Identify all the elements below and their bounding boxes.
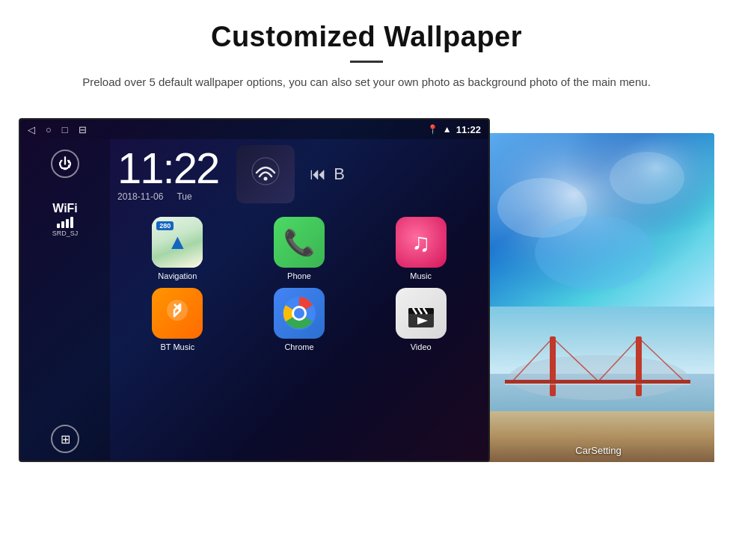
media-icon-box	[236, 145, 295, 203]
app-grid: 280 ▲ Navigation 📞 Phone	[117, 217, 481, 351]
svg-point-18	[610, 152, 684, 204]
svg-rect-25	[636, 336, 642, 396]
prev-track-button[interactable]: ⏮	[310, 164, 326, 184]
title-divider	[350, 61, 383, 63]
wallpaper-bottom: CarSetting	[482, 307, 714, 462]
phone-glyph: 📞	[283, 227, 315, 257]
page-wrapper: Customized Wallpaper Preload over 5 defa…	[0, 0, 733, 477]
video-icon-box	[396, 288, 447, 339]
ice-svg	[482, 133, 714, 307]
app-item-navigation[interactable]: 280 ▲ Navigation	[120, 217, 235, 280]
power-icon: ⏻	[58, 156, 72, 172]
page-subtitle: Preload over 5 default wallpaper options…	[75, 73, 658, 91]
clock-section: 11:22 2018-11-06 Tue	[117, 145, 481, 203]
svg-point-1	[264, 177, 268, 181]
app-item-phone[interactable]: 📞 Phone	[242, 217, 357, 280]
wifi-bar-4	[70, 217, 73, 228]
svg-point-19	[535, 215, 654, 290]
back-icon[interactable]: ◁	[28, 124, 35, 135]
screenshot-icon[interactable]: ⊟	[79, 124, 87, 135]
nav-arrow-icon: ▲	[167, 230, 188, 254]
app-item-video[interactable]: Video	[364, 288, 478, 351]
svg-point-2	[167, 300, 188, 321]
bridge-scene: CarSetting	[482, 307, 714, 462]
bt-music-icon	[152, 288, 203, 339]
nav-map-badge: 280	[156, 221, 174, 230]
nav-map-icon: 280 ▲	[152, 217, 203, 268]
wifi-label: WiFi	[52, 202, 78, 215]
status-bar: ◁ ○ □ ⊟ 📍 ▲ 11:22	[20, 120, 488, 139]
status-right: 📍 ▲ 11:22	[427, 124, 481, 135]
main-area: 11:22 2018-11-06 Tue	[110, 139, 488, 462]
clock-date: 2018-11-06 Tue	[117, 191, 192, 202]
chrome-icon	[274, 288, 325, 339]
track-letter: B	[334, 164, 345, 184]
wallpaper-top	[482, 133, 714, 307]
recents-icon[interactable]: □	[62, 124, 68, 135]
status-time: 11:22	[456, 124, 481, 135]
car-setting-label: CarSetting	[482, 445, 714, 456]
page-header: Customized Wallpaper Preload over 5 defa…	[0, 0, 733, 103]
android-screen: ◁ ○ □ ⊟ 📍 ▲ 11:22 ⏻	[19, 118, 490, 462]
chrome-label: Chrome	[284, 342, 313, 351]
bridge-svg	[482, 307, 714, 462]
svg-rect-30	[505, 380, 690, 384]
sidebar: ⏻ WiFi SRD_SJ ⊞	[20, 139, 110, 462]
clock-day: Tue	[177, 191, 191, 202]
bluetooth-glyph	[164, 297, 191, 330]
wallpaper-previews: CarSetting	[482, 118, 714, 462]
wifi-bar-2	[61, 221, 64, 228]
svg-point-7	[294, 308, 304, 319]
svg-rect-24	[550, 336, 556, 396]
location-icon: 📍	[427, 124, 438, 135]
navigation-label: Navigation	[158, 271, 197, 280]
wifi-bar-1	[57, 224, 60, 228]
wifi-signal-icon: ▲	[443, 124, 452, 135]
clock-time: 11:22	[117, 147, 218, 190]
phone-label: Phone	[287, 271, 311, 280]
apps-icon: ⊞	[61, 432, 70, 446]
app-item-chrome[interactable]: Chrome	[242, 288, 357, 351]
ice-texture	[482, 133, 714, 307]
svg-rect-31	[505, 384, 690, 385]
page-title: Customized Wallpaper	[45, 21, 688, 53]
music-icon: ♫	[396, 217, 447, 268]
wifi-widget: WiFi SRD_SJ	[52, 202, 79, 237]
media-wifi-icon	[251, 156, 280, 192]
nav-icons: ◁ ○ □ ⊟	[28, 124, 87, 135]
music-label: Music	[410, 271, 432, 280]
wifi-bars	[57, 217, 73, 228]
clock-date-value: 2018-11-06	[117, 191, 163, 202]
svg-point-0	[252, 158, 279, 185]
home-icon[interactable]: ○	[46, 124, 52, 135]
screen-body: ⏻ WiFi SRD_SJ ⊞	[20, 139, 488, 462]
app-item-music[interactable]: ♫ Music	[364, 217, 478, 280]
power-button[interactable]: ⏻	[51, 150, 79, 178]
apps-button[interactable]: ⊞	[51, 425, 79, 453]
video-label: Video	[411, 342, 432, 351]
navigation-icon: 280 ▲	[152, 217, 203, 268]
wifi-bar-3	[66, 219, 69, 228]
clock-widget: 11:22 2018-11-06 Tue	[117, 147, 218, 202]
svg-point-23	[509, 355, 688, 400]
phone-icon: 📞	[274, 217, 325, 268]
chrome-svg	[283, 297, 316, 330]
main-content: ◁ ○ □ ⊟ 📍 ▲ 11:22 ⏻	[0, 103, 733, 477]
video-svg	[405, 298, 437, 329]
app-item-bt-music[interactable]: BT Music	[120, 288, 235, 351]
bt-music-label: BT Music	[161, 342, 195, 351]
music-glyph: ♫	[411, 228, 431, 257]
media-controls: ⏮ B	[310, 164, 345, 184]
wifi-ssid: SRD_SJ	[52, 230, 79, 237]
